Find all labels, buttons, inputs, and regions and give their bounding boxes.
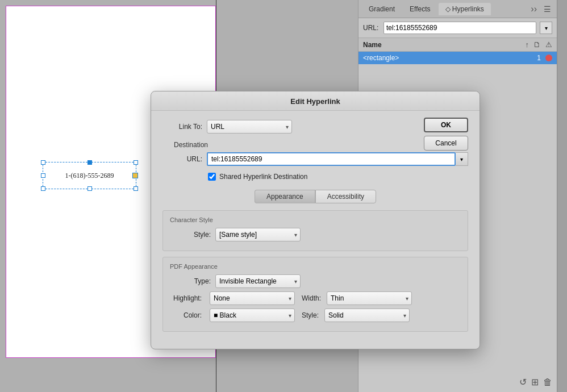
color-select[interactable]: ■ Black ■ White ■ Red: [210, 308, 295, 322]
style-select-wrapper[interactable]: [Same style]: [215, 228, 301, 241]
width-section: Width: Thin Medium Thick: [302, 291, 412, 305]
edit-hyperlink-dialog: Edit Hyperlink OK Cancel Link To: URL Fi…: [151, 91, 480, 349]
panel-url-input[interactable]: [383, 22, 536, 34]
list-item-name: <rectangle>: [363, 54, 537, 62]
link-to-row: Link To: URL File Email Page: [162, 120, 468, 134]
tab-hyperlinks[interactable]: ◇ ◇ HyperlinksHyperlinks: [439, 3, 491, 15]
width-label: Width:: [302, 294, 321, 302]
handle-top-right[interactable]: [134, 160, 138, 165]
color-section: Color: ■ Black ■ White ■ Red: [170, 308, 295, 322]
handle-top-mid[interactable]: [87, 160, 92, 165]
panel-bottom-icons: ↺ ⊞ 🗑: [519, 377, 552, 387]
warning-icon[interactable]: ⚠: [545, 40, 552, 49]
panel-url-dropdown[interactable]: ▾: [540, 22, 552, 34]
tab-effects[interactable]: Effects: [403, 3, 437, 15]
link-to-select-wrapper[interactable]: URL File Email Page: [207, 120, 292, 134]
width-select-wrapper[interactable]: Thin Medium Thick: [327, 291, 412, 305]
dialog-tab-bar: Appearance Accessibility: [162, 190, 468, 203]
handle-top-left[interactable]: [41, 160, 45, 165]
tab-appearance[interactable]: Appearance: [255, 190, 315, 203]
refresh-icon[interactable]: ↺: [519, 377, 527, 387]
hyperlinks-tab-icon: ◇: [445, 5, 452, 13]
dialog-buttons: OK Cancel: [424, 118, 468, 151]
destination-label-row: Destination: [162, 140, 468, 149]
tab-gradient[interactable]: Gradient: [362, 3, 402, 15]
new-document-icon[interactable]: 🗋: [533, 40, 541, 49]
textbox-content: 1-(618)-555-2689: [65, 172, 114, 180]
panel-url-label: URL:: [363, 24, 380, 32]
panel-header-icons: ↑ 🗋 ⚠: [526, 40, 553, 49]
color-select-wrapper[interactable]: ■ Black ■ White ■ Red: [210, 308, 295, 322]
type-row: Type: Invisible Rectangle Visible Rectan…: [170, 274, 461, 288]
pdf-style-label: Style:: [302, 311, 319, 319]
panel-more-icon[interactable]: ››: [527, 4, 540, 14]
shared-hyperlink-row: Shared Hyperlink Destination: [208, 173, 468, 181]
style-row: Style: [Same style]: [170, 228, 461, 241]
type-label: Type:: [170, 277, 211, 285]
highlight-section: Highlight: None Invert Outline Push: [170, 291, 295, 305]
highlight-width-row: Highlight: None Invert Outline Push Widt…: [170, 291, 461, 305]
highlight-select-wrapper[interactable]: None Invert Outline Push: [210, 291, 295, 305]
destination-section-label: Destination: [174, 141, 208, 149]
dialog-url-label: URL:: [162, 155, 202, 163]
destination-section: Destination URL: ▾: [162, 140, 468, 166]
shared-hyperlink-label: Shared Hyperlink Destination: [219, 173, 307, 181]
sort-icon[interactable]: ↑: [526, 40, 530, 49]
pdf-appearance-section: PDF Appearance Type: Invisible Rectangle…: [162, 257, 468, 332]
handle-bot-mid[interactable]: [87, 186, 92, 191]
tab-accessibility[interactable]: Accessibility: [315, 190, 376, 203]
panel-name-column-header: Name: [363, 41, 526, 49]
highlight-label: Highlight:: [170, 294, 202, 302]
linestyle-section: Style: Solid Dashed Dotted: [302, 308, 410, 322]
ok-button[interactable]: OK: [424, 118, 468, 132]
hyperlink-list-item[interactable]: <rectangle> 1: [358, 52, 557, 64]
pdf-appearance-title: PDF Appearance: [170, 263, 461, 270]
handle-mid-right[interactable]: [132, 173, 138, 178]
dialog-url-input[interactable]: [207, 152, 456, 166]
dialog-title: Edit Hyperlink: [151, 91, 480, 111]
dialog-url-row: URL: ▾: [162, 152, 468, 166]
dialog-url-dropdown[interactable]: ▾: [456, 152, 468, 166]
delete-icon[interactable]: 🗑: [543, 377, 552, 387]
list-item-number: 1: [537, 54, 541, 62]
pdf-style-select[interactable]: Solid Dashed Dotted: [324, 308, 410, 322]
width-select[interactable]: Thin Medium Thick: [327, 291, 412, 305]
handle-bot-right[interactable]: [134, 186, 138, 191]
style-label: Style:: [170, 231, 211, 239]
handle-mid-left[interactable]: [41, 173, 45, 178]
panel-url-row: URL: ▾: [358, 18, 557, 38]
cancel-button[interactable]: Cancel: [424, 136, 468, 151]
shared-hyperlink-checkbox[interactable]: [208, 173, 216, 181]
right-strip: [557, 0, 567, 392]
panel-menu-icon[interactable]: ☰: [541, 5, 553, 14]
type-select[interactable]: Invisible Rectangle Visible Rectangle: [215, 274, 301, 288]
character-style-section: Character Style Style: [Same style]: [162, 210, 468, 251]
handle-bot-left[interactable]: [41, 186, 45, 191]
type-select-wrapper[interactable]: Invisible Rectangle Visible Rectangle: [215, 274, 301, 288]
color-label: Color:: [170, 311, 202, 319]
link-to-label: Link To:: [162, 123, 202, 131]
highlight-select[interactable]: None Invert Outline Push: [210, 291, 295, 305]
link-to-select[interactable]: URL File Email Page: [207, 120, 292, 134]
color-style-row: Color: ■ Black ■ White ■ Red Style: Soli…: [170, 308, 461, 322]
character-style-title: Character Style: [170, 216, 461, 223]
selected-text-box[interactable]: 1-(618)-555-2689: [43, 162, 136, 189]
style-select[interactable]: [Same style]: [215, 228, 301, 241]
list-item-error-dot: [545, 55, 552, 61]
pdf-style-select-wrapper[interactable]: Solid Dashed Dotted: [324, 308, 410, 322]
panel-tab-bar: Gradient Effects ◇ ◇ HyperlinksHyperlink…: [358, 0, 557, 18]
panel-header-row: Name ↑ 🗋 ⚠: [358, 38, 557, 52]
add-icon[interactable]: ⊞: [531, 377, 539, 387]
